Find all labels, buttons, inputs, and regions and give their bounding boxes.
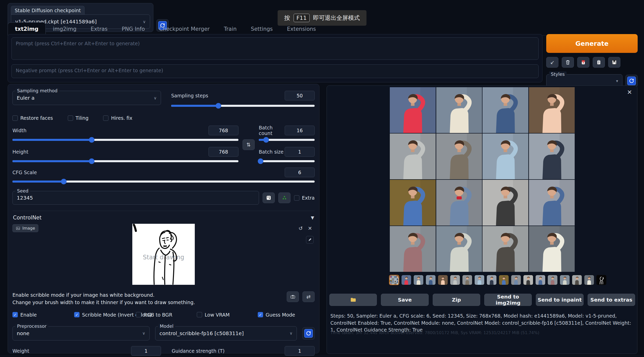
tab-txt2img[interactable]: txt2img <box>8 22 46 36</box>
result-thumbnail[interactable] <box>548 275 558 285</box>
result-thumbnail[interactable] <box>584 275 594 285</box>
result-thumbnail[interactable] <box>462 275 472 285</box>
extra-checkbox[interactable] <box>294 195 299 201</box>
model-refresh-button[interactable] <box>302 327 315 339</box>
toggle-restore-faces[interactable]: Restore faces <box>12 115 53 121</box>
result-image[interactable] <box>390 133 436 179</box>
result-thumbnail[interactable] <box>523 275 533 285</box>
tab-train[interactable]: Train <box>217 23 244 35</box>
result-thumbnail[interactable] <box>474 275 485 285</box>
result-image[interactable] <box>436 180 482 226</box>
sampling-steps-value[interactable]: 50 <box>285 91 315 100</box>
result-thumbnail[interactable] <box>426 275 436 285</box>
swap-dimensions-button[interactable]: ⇅ <box>243 139 255 150</box>
preprocessor-dropdown[interactable]: Preprocessor none ∨ <box>12 326 150 340</box>
tab-checkpoint-merger[interactable]: Checkpoint Merger <box>152 23 217 35</box>
checkbox[interactable] <box>197 312 202 317</box>
result-thumbnail[interactable] <box>438 275 448 285</box>
scribble-thumbnail[interactable] <box>596 275 606 285</box>
result-thumbnail[interactable] <box>560 275 570 285</box>
result-thumbnail[interactable] <box>413 275 424 285</box>
batch-count-value[interactable]: 16 <box>285 126 315 135</box>
random-seed-button[interactable] <box>263 192 275 203</box>
result-image[interactable] <box>529 87 575 133</box>
checkbox[interactable]: ✓ <box>74 312 79 317</box>
result-image[interactable] <box>482 133 528 179</box>
result-image[interactable] <box>436 133 482 179</box>
result-image[interactable] <box>482 180 528 226</box>
toggle-guess-mode[interactable]: ✓Guess Mode <box>258 312 295 318</box>
save-button[interactable]: Save <box>381 294 428 306</box>
toggle-hires-fix[interactable]: Hires. fix <box>103 115 132 121</box>
prompt-input[interactable] <box>11 37 539 60</box>
width-slider[interactable] <box>12 137 238 143</box>
negative-prompt-input[interactable] <box>11 64 539 78</box>
tab-extensions[interactable]: Extensions <box>280 23 323 35</box>
width-value[interactable]: 768 <box>208 126 238 135</box>
result-image[interactable] <box>529 133 575 179</box>
weight-value[interactable]: 1 <box>131 346 161 356</box>
result-image[interactable] <box>436 226 482 272</box>
webcam-button[interactable] <box>287 291 299 302</box>
result-thumbnail[interactable] <box>487 275 497 285</box>
brush-tool-button[interactable] <box>306 236 314 244</box>
result-image[interactable] <box>436 87 482 133</box>
batch-count-slider[interactable] <box>259 137 315 143</box>
paste-params-button[interactable]: ↙ <box>546 57 558 68</box>
result-image[interactable] <box>390 226 436 272</box>
toggle-rgb-to-bgr[interactable]: RGB to BGR <box>136 312 172 318</box>
zip-button[interactable]: Zip <box>433 294 480 306</box>
result-thumbnail[interactable] <box>499 275 509 285</box>
tab-img2img[interactable]: img2img <box>46 23 84 35</box>
result-image[interactable] <box>390 180 436 226</box>
checkbox[interactable]: ✓ <box>12 312 18 317</box>
send-to-inpaint-button[interactable]: Send to inpaint <box>536 294 583 306</box>
result-thumbnail[interactable] <box>535 275 545 285</box>
result-image[interactable] <box>529 226 575 272</box>
apply-style-button[interactable] <box>593 57 605 68</box>
controlnet-accordion-header[interactable]: ControlNet ▼ <box>12 211 315 223</box>
scribble-canvas[interactable]: Start drawing <box>132 224 195 285</box>
height-slider[interactable] <box>12 158 238 164</box>
controlnet-model-dropdown[interactable]: Model control_scribble-fp16 [c508311e] ∨ <box>155 326 297 340</box>
tab-settings[interactable]: Settings <box>244 23 280 35</box>
checkbox[interactable] <box>136 312 141 317</box>
seed-input[interactable] <box>17 195 255 201</box>
checkbox[interactable]: ✓ <box>258 312 263 317</box>
send-to-extras-button[interactable]: Send to extras <box>588 294 635 306</box>
toggle-low-vram[interactable]: Low VRAM <box>197 312 230 318</box>
batch-size-slider[interactable] <box>259 158 315 164</box>
undo-icon[interactable]: ↺ <box>298 225 303 231</box>
checkbox[interactable] <box>68 115 73 121</box>
guidance-strength-value[interactable]: 1 <box>285 346 315 356</box>
clear-prompt-button[interactable] <box>562 57 574 68</box>
style-badge-button[interactable] <box>577 57 589 68</box>
cfg-scale-slider[interactable] <box>12 179 315 184</box>
sampling-steps-slider[interactable] <box>171 103 315 109</box>
result-thumbnail[interactable] <box>401 275 411 285</box>
generate-button[interactable]: Generate <box>546 34 638 53</box>
tab-extras[interactable]: Extras <box>84 23 115 35</box>
seed-field[interactable]: Seed <box>12 191 259 205</box>
close-results-icon[interactable]: ✕ <box>627 89 632 96</box>
result-thumbnail[interactable] <box>450 275 460 285</box>
send-to-img2img-button[interactable]: Send to img2img <box>484 294 532 306</box>
grid-thumbnail[interactable] <box>389 275 399 285</box>
batch-size-value[interactable]: 1 <box>285 147 315 157</box>
save-style-button[interactable] <box>608 57 620 68</box>
result-thumbnail[interactable] <box>511 275 521 285</box>
result-image[interactable] <box>529 180 575 226</box>
clear-image-icon[interactable]: ✕ <box>308 225 312 231</box>
styles-refresh-button[interactable] <box>625 75 638 87</box>
height-value[interactable]: 768 <box>208 147 238 157</box>
result-image[interactable] <box>390 87 436 133</box>
swap-image-button[interactable]: ⇄ <box>302 291 315 302</box>
result-thumbnail[interactable] <box>572 275 582 285</box>
cfg-scale-value[interactable]: 6 <box>285 168 315 177</box>
result-image[interactable] <box>482 226 528 272</box>
open-folder-button[interactable] <box>329 294 377 306</box>
toggle-tiling[interactable]: Tiling <box>68 115 89 121</box>
image-tab-chip[interactable]: Image <box>12 224 38 232</box>
reuse-seed-button[interactable] <box>278 192 291 203</box>
toggle-enable[interactable]: ✓Enable <box>12 312 37 318</box>
